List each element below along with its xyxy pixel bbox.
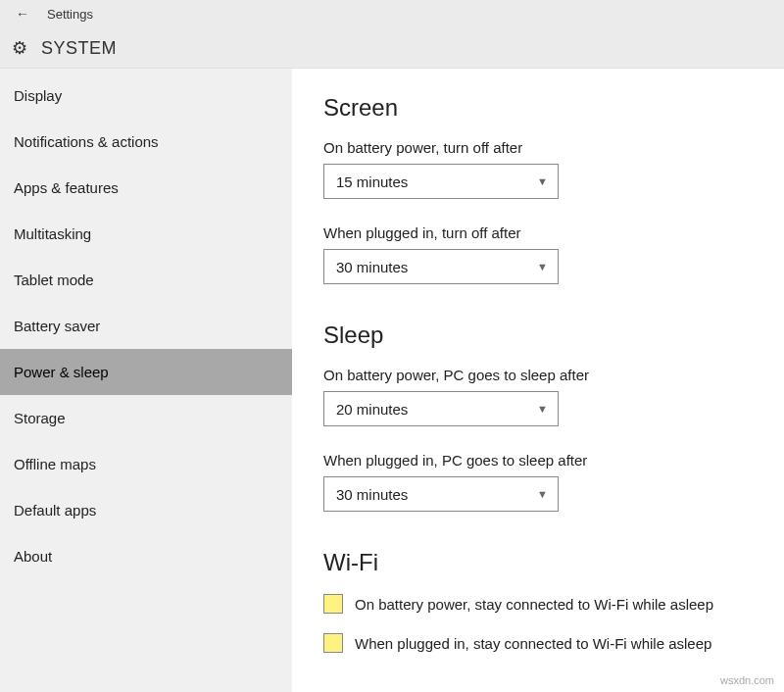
- screen-plugged-dropdown[interactable]: 30 minutes ▼: [323, 249, 559, 284]
- chevron-down-icon: ▼: [537, 175, 548, 187]
- sidebar-item-label: Apps & features: [14, 179, 119, 196]
- screen-plugged-label: When plugged in, turn off after: [323, 224, 784, 241]
- sidebar-item-storage[interactable]: Storage: [0, 395, 292, 441]
- header-main: ⚙ SYSTEM: [0, 27, 784, 69]
- sidebar-item-battery-saver[interactable]: Battery saver: [0, 303, 292, 349]
- sidebar-item-label: Offline maps: [14, 456, 96, 472]
- dropdown-value: 30 minutes: [336, 486, 408, 503]
- chevron-down-icon: ▼: [537, 403, 548, 415]
- sleep-battery-label: On battery power, PC goes to sleep after: [323, 367, 784, 383]
- screen-battery-label: On battery power, turn off after: [323, 139, 784, 156]
- sidebar-item-label: Notifications & actions: [14, 133, 159, 150]
- sidebar-item-default-apps[interactable]: Default apps: [0, 487, 292, 533]
- back-arrow-icon[interactable]: ←: [16, 6, 29, 22]
- page-title: SYSTEM: [41, 38, 117, 59]
- sleep-plugged-dropdown[interactable]: 30 minutes ▼: [323, 476, 559, 512]
- sidebar-item-tablet-mode[interactable]: Tablet mode: [0, 257, 292, 303]
- sidebar-item-label: Power & sleep: [14, 364, 109, 380]
- sidebar-item-label: Multitasking: [14, 225, 91, 242]
- wifi-plugged-row: When plugged in, stay connected to Wi-Fi…: [323, 633, 784, 653]
- chevron-down-icon: ▼: [537, 261, 548, 272]
- wifi-battery-row: On battery power, stay connected to Wi-F…: [323, 594, 784, 614]
- sidebar-item-label: About: [14, 548, 52, 565]
- wifi-battery-label: On battery power, stay connected to Wi-F…: [355, 596, 713, 613]
- gear-icon: ⚙: [12, 37, 27, 59]
- sidebar-item-label: Tablet mode: [14, 272, 94, 288]
- wifi-heading: Wi-Fi: [323, 549, 784, 576]
- wifi-plugged-label: When plugged in, stay connected to Wi-Fi…: [355, 635, 711, 652]
- sleep-battery-dropdown[interactable]: 20 minutes ▼: [323, 391, 559, 426]
- header-bar: ← Settings ⚙ SYSTEM: [0, 0, 784, 69]
- sidebar-item-label: Battery saver: [14, 318, 100, 334]
- wifi-battery-checkbox[interactable]: [323, 594, 343, 614]
- sleep-plugged-label: When plugged in, PC goes to sleep after: [323, 452, 784, 469]
- sidebar-item-label: Display: [14, 87, 62, 104]
- window-title: Settings: [47, 7, 93, 22]
- watermark: wsxdn.com: [720, 674, 774, 686]
- header-top: ← Settings: [0, 0, 784, 27]
- sidebar-item-power-sleep[interactable]: Power & sleep: [0, 349, 292, 395]
- sidebar-item-multitasking[interactable]: Multitasking: [0, 211, 292, 257]
- dropdown-value: 30 minutes: [336, 259, 408, 275]
- screen-heading: Screen: [323, 94, 784, 122]
- sleep-heading: Sleep: [323, 321, 784, 349]
- sidebar-item-notifications[interactable]: Notifications & actions: [0, 119, 292, 165]
- main-panel: Screen On battery power, turn off after …: [292, 69, 784, 692]
- sidebar-item-about[interactable]: About: [0, 533, 292, 579]
- sidebar-item-offline-maps[interactable]: Offline maps: [0, 441, 292, 487]
- dropdown-value: 20 minutes: [336, 401, 408, 418]
- wifi-plugged-checkbox[interactable]: [323, 633, 343, 653]
- content-area: Display Notifications & actions Apps & f…: [0, 69, 784, 692]
- sidebar-item-label: Storage: [14, 410, 66, 426]
- chevron-down-icon: ▼: [537, 488, 548, 500]
- sidebar-item-label: Default apps: [14, 502, 96, 519]
- sidebar-item-display[interactable]: Display: [0, 73, 292, 119]
- sidebar: Display Notifications & actions Apps & f…: [0, 69, 292, 692]
- dropdown-value: 15 minutes: [336, 173, 408, 190]
- screen-battery-dropdown[interactable]: 15 minutes ▼: [323, 164, 559, 199]
- sidebar-item-apps[interactable]: Apps & features: [0, 165, 292, 211]
